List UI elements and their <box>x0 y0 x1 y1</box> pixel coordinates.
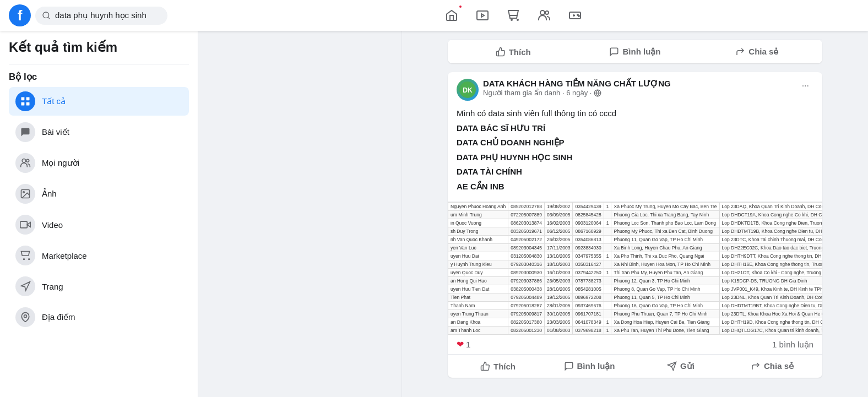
sidebar-item-people-label: Mọi người <box>42 158 79 168</box>
top-comment-button[interactable]: Bình luận <box>574 42 696 61</box>
post-data-table: Nguyen Phuoc Hoang Anh08520201278819/08/… <box>448 202 822 335</box>
sidebar-item-places-label: Địa điểm <box>42 312 75 322</box>
svg-point-17 <box>22 159 26 163</box>
sidebar-item-pages[interactable]: Trang <box>9 272 189 301</box>
table-row: uyen Huu Tien Dat03820500043828/10/20050… <box>448 285 823 293</box>
sidebar-item-video-label: Video <box>42 220 63 230</box>
svg-marker-3 <box>481 14 484 17</box>
divider <box>9 64 189 64</box>
svg-rect-22 <box>20 221 28 228</box>
sidebar-item-marketplace[interactable]: Marketplace <box>9 241 189 270</box>
gaming-nav-button[interactable] <box>562 2 588 29</box>
page-title: Kết quả tìm kiếm <box>9 40 189 55</box>
send-button[interactable]: Gửi <box>635 357 726 376</box>
svg-point-24 <box>29 259 30 260</box>
main-post-card: DK DATA KHÁCH HÀNG TIỀM NĂNG CHẤT LƯỢNG … <box>448 72 822 378</box>
svg-point-6 <box>540 10 545 15</box>
body-line-5: AE CẦN INB <box>457 181 813 193</box>
svg-marker-21 <box>27 222 30 227</box>
people-icon <box>15 153 35 173</box>
table-row: y Huynh Trung Kieu07920304031618/10/2003… <box>448 260 823 269</box>
table-row: um Minh Trung07220500788903/09/200508258… <box>448 211 823 219</box>
svg-text:DK: DK <box>463 86 473 94</box>
all-icon <box>15 91 35 111</box>
posts-icon <box>15 122 35 142</box>
table-row: Thanh Nam07920501828728/01/2005093746967… <box>448 302 823 310</box>
post-header: DK DATA KHÁCH HÀNG TIỀM NĂNG CHẤT LƯỢNG … <box>448 72 822 107</box>
svg-rect-13 <box>21 97 25 101</box>
watch-nav-button[interactable] <box>469 2 496 29</box>
search-bar[interactable] <box>35 7 167 25</box>
comment-button[interactable]: Bình luận <box>544 357 635 376</box>
more-icon: ··· <box>802 81 809 90</box>
post-subtitle: Người tham gia ẩn danh · 6 ngày · <box>483 89 793 97</box>
top-partial-post: Thích Bình luận Chia sẻ <box>448 40 822 63</box>
comment-label: Bình luận <box>577 361 615 371</box>
post-more-button[interactable]: ··· <box>798 79 813 93</box>
sidebar-item-all[interactable]: Tất cả <box>9 87 189 116</box>
svg-rect-16 <box>26 102 30 106</box>
home-nav-button[interactable] <box>438 2 465 29</box>
sidebar-item-posts-label: Bài viết <box>42 127 69 137</box>
table-row: an Hong Qui Hao07920303788626/05/2003078… <box>448 277 823 285</box>
heart-icon: ❤ <box>457 339 464 350</box>
comment-count[interactable]: 1 bình luận <box>772 340 813 350</box>
svg-point-5 <box>517 19 518 20</box>
svg-line-1 <box>48 17 50 19</box>
svg-point-7 <box>545 11 549 14</box>
table-row: Tien Phat07920500448919/12/2005089697220… <box>448 293 823 302</box>
body-line-4: DATA TÀI CHÍNH <box>457 166 813 178</box>
table-row: yen Van Luc08920300434517/11/20030923834… <box>448 244 823 252</box>
svg-marker-25 <box>21 282 30 291</box>
top-like-button[interactable]: Thích <box>452 42 574 61</box>
top-like-label: Thích <box>509 47 531 57</box>
sidebar-item-video[interactable]: Video <box>9 210 189 239</box>
video-icon <box>15 215 35 235</box>
table-row: uyen Trung Thuan07920500981730/10/200509… <box>448 310 823 318</box>
page-layout: Kết quả tìm kiếm Bộ lọc Tất cả Bài viết … <box>0 31 868 397</box>
left-sidebar: Kết quả tìm kiếm Bộ lọc Tất cả Bài viết … <box>0 31 198 397</box>
top-navigation: f <box>0 0 868 31</box>
sidebar-item-all-label: Tất cả <box>42 96 66 106</box>
sidebar-item-photos-label: Ảnh <box>42 189 57 199</box>
search-input[interactable] <box>55 11 154 20</box>
home-notification-badge <box>458 4 463 9</box>
sidebar-item-people[interactable]: Mọi người <box>9 149 189 177</box>
facebook-logo[interactable]: f <box>9 4 31 26</box>
post-author-name[interactable]: DATA KHÁCH HÀNG TIỀM NĂNG CHẤT LƯỢNG <box>483 79 793 89</box>
table-row: uyen Quoc Duy08920300093016/10/200303794… <box>448 269 823 277</box>
share-label: Chia sẻ <box>764 361 794 371</box>
svg-point-12 <box>578 15 579 17</box>
reaction-like[interactable]: ❤ 1 <box>457 339 470 350</box>
svg-point-18 <box>26 159 29 162</box>
body-line-2: DATA CHỦ DOANH NGHIỆP <box>457 137 813 149</box>
svg-point-26 <box>24 315 27 318</box>
heart-count: 1 <box>466 340 470 349</box>
photos-icon <box>15 184 35 204</box>
post-body: Mình có data sinh viên full thông tin có… <box>448 107 822 202</box>
sidebar-item-marketplace-label: Marketplace <box>42 251 87 260</box>
sidebar-item-places[interactable]: Địa điểm <box>9 303 189 331</box>
top-share-label: Chia sẻ <box>748 47 778 57</box>
sidebar-item-posts[interactable]: Bài viết <box>9 118 189 146</box>
top-comment-label: Bình luận <box>622 47 660 57</box>
avatar: DK <box>457 79 479 101</box>
table-row: uyen Huu Dai03120500483013/10/2005034797… <box>448 252 823 260</box>
globe-icon <box>594 89 601 97</box>
body-line-3: DATA PHỤ HUYNH HỌC SINH <box>457 151 813 164</box>
marketplace-nav-button[interactable] <box>500 2 527 29</box>
pages-icon <box>15 276 35 296</box>
table-row: sh Duy Trong08320501967106/12/2005086716… <box>448 227 823 236</box>
top-share-button[interactable]: Chia sẻ <box>696 42 818 61</box>
share-button[interactable]: Chia sẻ <box>726 357 818 376</box>
sidebar-item-photos[interactable]: Ảnh <box>9 180 189 208</box>
table-row: an Dang Khoa08220501738023/03/2005064107… <box>448 318 823 327</box>
spreadsheet-table: Nguyen Phuoc Hoang Anh08520201278819/08/… <box>448 202 822 335</box>
like-button[interactable]: Thích <box>452 357 544 376</box>
like-label: Thích <box>493 362 516 371</box>
nav-center <box>167 2 859 29</box>
table-row: am Thanh Loc08220500123001/08/2003037969… <box>448 327 823 335</box>
friends-nav-button[interactable] <box>531 2 557 29</box>
filter-section-title: Bộ lọc <box>9 71 189 83</box>
svg-point-23 <box>24 259 25 260</box>
